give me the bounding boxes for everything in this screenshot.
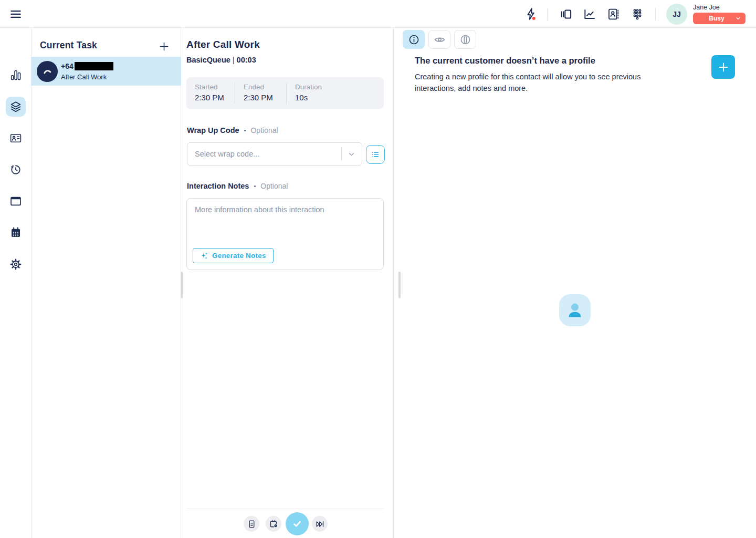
skip-forward-icon [315, 519, 325, 529]
user-name: Jane Joe [693, 4, 720, 11]
duration-label: Duration [295, 83, 322, 91]
history-icon [9, 163, 22, 176]
queue-name: BasicQueue [186, 56, 230, 64]
person-icon [563, 299, 586, 322]
browser-window-icon [9, 195, 22, 208]
task-list-panel: Current Task +64 After Call Work [32, 28, 181, 538]
sidebar-item-tasks[interactable] [6, 97, 26, 117]
wrap-code-list-button[interactable] [366, 145, 385, 164]
hamburger-menu-button[interactable] [7, 6, 24, 23]
plus-icon [717, 61, 730, 74]
tab-preview[interactable] [428, 30, 450, 49]
eye-icon [434, 34, 446, 46]
queue-separator: | [233, 56, 235, 64]
add-task-button[interactable] [156, 39, 171, 54]
summary-duration: Duration 10s [287, 77, 322, 109]
phone-prefix: +64 [61, 62, 74, 70]
sidebar-item-metrics[interactable] [6, 66, 25, 85]
summary-ended: Ended 2:30 PM [235, 77, 286, 109]
task-phone-number: +64 [61, 62, 113, 70]
chevron-down-icon [347, 150, 356, 159]
dialpad-button[interactable] [629, 6, 646, 23]
generate-notes-label: Generate Notes [212, 252, 266, 260]
list-icon [370, 149, 381, 160]
sidebar-item-calendar[interactable] [6, 223, 25, 242]
split-circle-icon [459, 34, 471, 46]
status-dropdown-button[interactable]: Busy [693, 13, 746, 24]
wrap-up-optional-label: Optional [250, 126, 278, 134]
status-label: Busy [709, 15, 724, 22]
current-task-list-item[interactable]: +64 After Call Work [32, 57, 181, 86]
metrics-button[interactable] [581, 6, 598, 23]
redacted-phone-number [75, 62, 113, 70]
complete-task-button[interactable] [286, 512, 309, 535]
after-call-work-panel: After Call Work BasicQueue|00:03 Started… [181, 28, 394, 538]
document-icon [247, 519, 257, 529]
dialpad-icon [631, 7, 644, 21]
lightning-icon [523, 7, 538, 22]
sidebar-item-history[interactable] [6, 160, 25, 179]
bullet-separator: • [254, 183, 256, 189]
generate-notes-button[interactable]: Generate Notes [193, 248, 274, 263]
hamburger-menu-icon [9, 7, 23, 21]
contacts-directory-button[interactable] [605, 6, 622, 23]
calendar-icon [9, 226, 22, 239]
plus-icon [158, 40, 170, 53]
customer-profile-panel: The current customer doesn’t have a prof… [394, 28, 756, 538]
tab-profile-info[interactable] [403, 30, 425, 49]
customer-panel-scrollbar[interactable] [398, 272, 401, 298]
call-summary-box: Started 2:30 PM Ended 2:30 PM Duration 1… [186, 77, 384, 109]
header-divider [547, 8, 548, 20]
sidebar-item-contact-card[interactable] [6, 129, 25, 148]
bar-chart-icon [9, 69, 22, 81]
queue-and-timer: BasicQueue|00:03 [186, 56, 256, 64]
skip-next-button[interactable] [312, 516, 328, 532]
user-avatar[interactable]: JJ [666, 4, 687, 25]
sparkle-icon [200, 252, 208, 260]
phone-handset-icon [41, 66, 53, 77]
footer-divider [186, 509, 384, 509]
wrap-code-placeholder: Select wrap code... [195, 150, 341, 158]
select-divider [341, 147, 342, 161]
interaction-notes-box: Generate Notes [186, 198, 384, 270]
sidebar-item-browser[interactable] [6, 192, 25, 211]
task-stack-icon [9, 100, 22, 113]
top-header: JJ Jane Joe Busy [0, 0, 756, 28]
interaction-notes-label-row: Interaction Notes • Optional [187, 182, 288, 190]
info-icon [408, 34, 420, 46]
interaction-notes-label: Interaction Notes [187, 182, 249, 190]
notifications-button[interactable] [522, 6, 539, 23]
line-chart-icon [583, 7, 596, 21]
customer-avatar-placeholder [559, 294, 591, 326]
panels-icon [559, 7, 573, 21]
panels-view-button[interactable] [558, 6, 574, 23]
tab-compare[interactable] [454, 30, 476, 49]
contact-card-icon [9, 132, 22, 144]
calendar-clock-icon [269, 519, 279, 529]
started-value: 2:30 PM [195, 93, 235, 102]
no-profile-description: Creating a new profile for this contact … [415, 71, 662, 94]
contact-book-icon [606, 7, 620, 21]
ended-label: Ended [244, 83, 286, 91]
task-panel-scrollbar[interactable] [181, 272, 183, 298]
settings-gear-icon [9, 258, 22, 271]
left-nav-rail [0, 28, 32, 538]
ended-value: 2:30 PM [244, 93, 286, 102]
task-panel-title: Current Task [40, 40, 97, 51]
chevron-down-icon [735, 15, 741, 22]
wrap-up-code-label-row: Wrap Up Code • Optional [187, 126, 278, 134]
notes-optional-label: Optional [260, 182, 288, 190]
schedule-callback-button[interactable] [266, 516, 281, 532]
wrap-up-code-label: Wrap Up Code [187, 126, 239, 134]
acw-timer: 00:03 [237, 56, 256, 64]
task-avatar [37, 61, 58, 82]
header-divider [655, 8, 656, 20]
notes-document-button[interactable] [244, 516, 259, 532]
create-profile-button[interactable] [711, 55, 735, 79]
wrap-code-select[interactable]: Select wrap code... [187, 142, 362, 165]
duration-value: 10s [295, 93, 322, 102]
user-initials: JJ [673, 10, 681, 18]
check-icon [291, 518, 303, 530]
sidebar-item-settings[interactable] [6, 255, 25, 274]
detail-panel-title: After Call Work [186, 39, 260, 50]
